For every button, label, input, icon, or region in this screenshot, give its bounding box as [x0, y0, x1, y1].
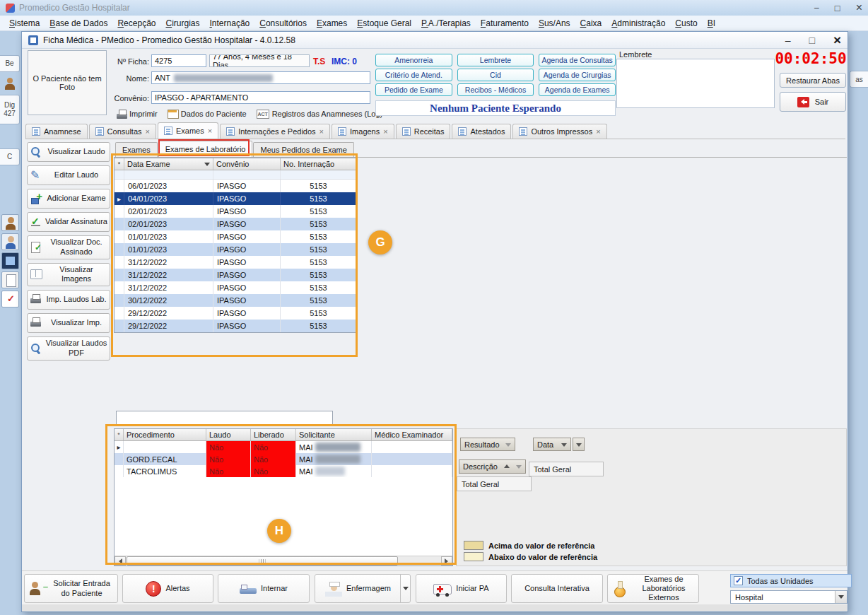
sidebar-button[interactable]: Visualizar Doc. Assinado — [27, 235, 110, 259]
restaurar-abas-button[interactable]: Restaurar Abas — [780, 73, 846, 88]
table-row[interactable]: 06/01/2023 IPASGO 5153 — [115, 180, 357, 192]
column-header-data-exame[interactable]: Data Exame — [124, 158, 213, 170]
close-icon[interactable] — [833, 33, 841, 48]
table-row[interactable]: 29/12/2022 IPASGO 5153 — [115, 307, 357, 320]
monitor-icon[interactable] — [1, 252, 19, 269]
sidebar-button[interactable]: Visualizar Imagens — [27, 263, 110, 287]
scroll-left-icon[interactable] — [115, 556, 126, 566]
quick-action-button[interactable]: Lembrete — [457, 54, 534, 66]
tab-close-icon[interactable] — [208, 127, 212, 135]
close-icon[interactable] — [856, 2, 862, 13]
tab[interactable]: Anamnese — [25, 124, 88, 139]
tab[interactable]: Receitas — [396, 124, 451, 139]
tab[interactable]: Imagens — [332, 124, 394, 139]
quick-action-button[interactable]: Agenda de Exames — [539, 83, 616, 96]
table-row[interactable]: 02/01/2023 IPASGO 5153 — [115, 218, 357, 230]
menu-item[interactable]: Faturamento — [476, 16, 534, 30]
table-row[interactable]: GORD.FECAL Não Não MAI — [115, 453, 452, 465]
tab-close-icon[interactable] — [383, 127, 387, 136]
window-titlebar[interactable]: Ficha Médica - PMedico - Promedico Gestã… — [22, 32, 848, 49]
tab[interactable]: Atestados — [452, 124, 511, 139]
minimize-icon[interactable] — [814, 4, 819, 12]
checkbox-checked-icon[interactable] — [734, 576, 743, 585]
quick-action-button[interactable]: Cid — [457, 69, 534, 81]
toolbar-button[interactable]: Iniciar PA — [416, 574, 507, 603]
tab[interactable]: Exames — [158, 122, 218, 139]
menu-item[interactable]: Administração — [606, 16, 670, 30]
menu-item[interactable]: Estoque Geral — [352, 16, 416, 30]
tab[interactable]: Internações e Pedidos — [220, 124, 330, 139]
menu-item[interactable]: Base de Dados — [45, 16, 112, 30]
quick-action-button[interactable]: Agenda de Consultas — [539, 54, 616, 66]
table-row[interactable]: 02/01/2023 IPASGO 5153 — [115, 205, 357, 218]
scrollbar-thumb[interactable] — [127, 556, 398, 566]
column-header-procedimento[interactable]: Procedimento — [124, 429, 206, 440]
menu-item[interactable]: Consultórios — [254, 16, 312, 30]
scroll-right-icon[interactable] — [441, 556, 452, 566]
column-header-solicitante[interactable]: Solicitante — [296, 429, 372, 440]
dock-tab-c[interactable]: C — [0, 148, 20, 165]
column-header-internacao[interactable]: No. Internação — [281, 158, 357, 170]
dock-tab-person[interactable] — [0, 75, 20, 92]
toolbar-button[interactable]: Enfermagem — [315, 574, 411, 603]
filter-row[interactable] — [115, 170, 357, 180]
table-row[interactable]: Não Não MAI — [115, 441, 452, 453]
document-icon[interactable] — [1, 271, 19, 288]
subtab[interactable]: Exames — [115, 142, 158, 157]
ts-button[interactable]: T.S — [313, 57, 325, 66]
ficha-field[interactable]: 4275 — [151, 54, 206, 67]
quick-action-button[interactable]: Pedido de Exame — [375, 83, 452, 96]
person-orange-icon[interactable] — [1, 214, 19, 231]
table-row[interactable]: 29/12/2022 IPASGO 5153 — [115, 320, 357, 332]
subtab[interactable]: Meus Pedidos de Exame — [253, 142, 353, 157]
table-row[interactable]: 01/01/2023 IPASGO 5153 — [115, 243, 357, 256]
sair-button[interactable]: Sair — [780, 92, 846, 112]
menu-item[interactable]: BI — [703, 16, 720, 30]
menu-item[interactable]: Internação — [205, 16, 255, 30]
subtab[interactable]: Exames de Laboratório — [158, 141, 253, 157]
dock-tab-right[interactable]: as — [850, 71, 868, 88]
minimize-icon[interactable] — [785, 35, 791, 46]
toolbar-button[interactable]: Alertas — [122, 574, 213, 603]
menu-item[interactable]: Sistema — [4, 16, 45, 30]
table-row[interactable]: 31/12/2022 IPASGO 5153 — [115, 269, 357, 281]
quick-action-button[interactable]: Amenorreia — [375, 54, 452, 66]
imprimir-button[interactable]: Imprimir — [116, 109, 158, 119]
sidebar-button[interactable]: Adicionar Exame — [27, 189, 110, 209]
sidebar-button[interactable]: Editar Laudo — [27, 165, 110, 185]
maximize-icon[interactable] — [835, 4, 840, 13]
dock-tab-left[interactable]: Be — [0, 55, 20, 72]
toolbar-button[interactable]: Solicitar Entrada do Paciente — [24, 574, 118, 603]
sidebar-button[interactable]: Imp. Laudos Lab. — [27, 290, 110, 310]
quick-action-button[interactable]: Critério de Atend. — [375, 69, 452, 81]
menu-item[interactable]: P.A./Terapias — [416, 16, 476, 30]
column-header-liberado[interactable]: Liberado — [251, 429, 296, 440]
dropdown-arrow-icon[interactable] — [835, 591, 847, 603]
tab-close-icon[interactable] — [146, 127, 150, 136]
menu-item[interactable]: Sus/Ans — [534, 16, 575, 30]
dados-paciente-button[interactable]: Dados do Paciente — [168, 109, 247, 119]
tab-close-icon[interactable] — [596, 127, 600, 136]
lembrete-box[interactable] — [616, 59, 775, 108]
unidade-select[interactable]: Hospital — [730, 590, 848, 604]
dropdown-arrow-icon[interactable] — [400, 575, 410, 602]
table-row[interactable]: 04/01/2023 IPASGO 5153 — [115, 192, 357, 205]
menu-item[interactable]: Caixa — [575, 16, 607, 30]
pivot-field-resultado[interactable]: Resultado — [460, 438, 515, 451]
dock-tab-dig[interactable]: Dig427 — [0, 95, 20, 124]
menu-item[interactable]: Recepção — [112, 16, 160, 30]
menu-item[interactable]: Cirurgias — [160, 16, 204, 30]
menu-item[interactable]: Custo — [670, 16, 702, 30]
table-row[interactable]: 30/12/2022 IPASGO 5153 — [115, 294, 357, 307]
sidebar-button[interactable]: Visualizar Laudos PDF — [27, 336, 110, 361]
person-blue-icon[interactable] — [1, 233, 19, 250]
sidebar-button[interactable]: Visualizar Imp. — [27, 313, 110, 333]
quick-action-button[interactable]: Agenda de Cirurgias — [539, 69, 616, 81]
tab[interactable]: Outros Impressos — [512, 124, 606, 139]
maximize-icon[interactable] — [809, 35, 814, 46]
todas-unidades-option[interactable]: Todas as Unidades — [730, 574, 852, 587]
pivot-field-descricao[interactable]: Descrição — [459, 459, 526, 474]
registros-anamneses-button[interactable]: ACTRegistros das Anamneses (Log) — [257, 110, 383, 119]
column-header-convenio[interactable]: Convênio — [213, 158, 281, 170]
nome-field[interactable]: ANT — [151, 71, 370, 84]
